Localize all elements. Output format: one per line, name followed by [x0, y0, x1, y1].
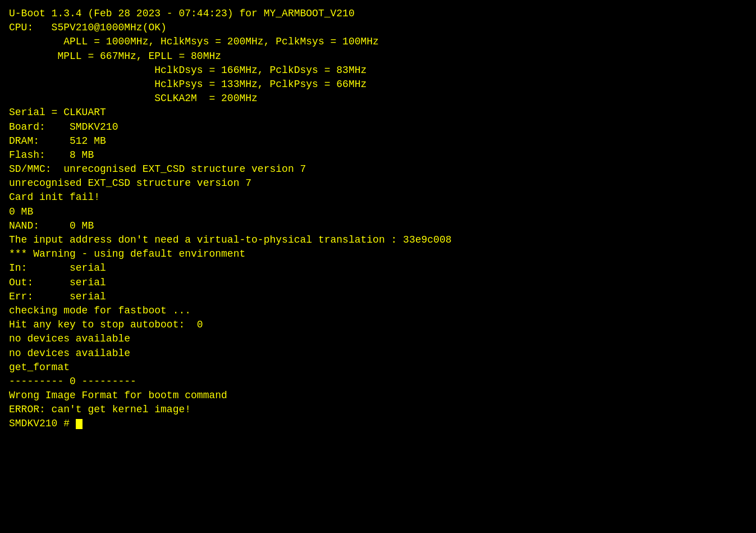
terminal-line: CPU: S5PV210@1000MHz(OK): [9, 21, 747, 35]
terminal-line: get_format: [9, 361, 747, 375]
terminal-line: *** Warning - using default environment: [9, 247, 747, 261]
terminal-line: Flash: 8 MB: [9, 148, 747, 162]
terminal-line: unrecognised EXT_CSD structure version 7: [9, 176, 747, 190]
terminal-line: SCLKA2M = 200MHz: [9, 92, 747, 106]
terminal-line: Out: serial: [9, 276, 747, 290]
terminal-line: MPLL = 667MHz, EPLL = 80MHz: [9, 49, 747, 63]
terminal-line: no devices available: [9, 347, 747, 361]
terminal-line: The input address don't need a virtual-t…: [9, 233, 747, 247]
terminal-line: NAND: 0 MB: [9, 219, 747, 233]
terminal-line: --------- 0 ---------: [9, 375, 747, 389]
terminal-line: DRAM: 512 MB: [9, 134, 747, 148]
terminal-line: In: serial: [9, 261, 747, 275]
terminal-line: SD/MMC: unrecognised EXT_CSD structure v…: [9, 162, 747, 176]
terminal-line: checking mode for fastboot ...: [9, 304, 747, 318]
terminal-line: Serial = CLKUART: [9, 106, 747, 120]
terminal-line: 0 MB: [9, 205, 747, 219]
terminal-line: Board: SMDKV210: [9, 120, 747, 134]
terminal-line: APLL = 1000MHz, HclkMsys = 200MHz, PclkM…: [9, 35, 747, 49]
terminal-line: HclkDsys = 166MHz, PclkDsys = 83MHz: [9, 63, 747, 78]
terminal-cursor: [76, 419, 83, 429]
terminal-line: ERROR: can't get kernel image!: [9, 403, 747, 417]
terminal-line: no devices available: [9, 332, 747, 346]
terminal-window: U-Boot 1.3.4 (Feb 28 2023 - 07:44:23) fo…: [9, 7, 747, 533]
terminal-line: Hit any key to stop autoboot: 0: [9, 318, 747, 332]
terminal-line: U-Boot 1.3.4 (Feb 28 2023 - 07:44:23) fo…: [9, 7, 747, 21]
terminal-line: HclkPsys = 133MHz, PclkPsys = 66MHz: [9, 78, 747, 92]
terminal-line: Err: serial: [9, 290, 747, 304]
terminal-line: Card init fail!: [9, 190, 747, 204]
terminal-line: Wrong Image Format for bootm command: [9, 389, 747, 403]
terminal-prompt: SMDKV210 #: [9, 417, 747, 431]
